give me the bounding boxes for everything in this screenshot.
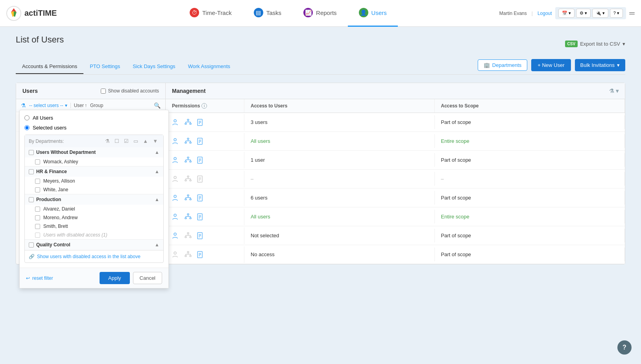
perm-icon-doc-3[interactable] [196,156,204,164]
calendar-btn[interactable]: 📅 ▾ [558,9,574,18]
nav-tasks[interactable]: ▤ Tasks [243,0,292,27]
reset-filter-link[interactable]: ↩ reset filter [26,275,53,281]
export-chevron-icon: ▾ [623,41,625,47]
perm-icon-people-7[interactable] [172,231,181,240]
dept-hr-collapse-icon[interactable]: ▲ [155,169,159,174]
perm-icon-doc-5[interactable] [196,194,204,202]
access-users-value-2: All users [251,138,270,144]
perm-icon-doc-6[interactable] [196,212,204,221]
dept-collapse-down-icon[interactable]: ▼ [151,137,159,145]
search-icon[interactable]: 🔍 [154,102,161,109]
dept-group-header-production[interactable]: Production ▲ [25,194,163,205]
moreno-checkbox[interactable] [35,215,40,220]
perm-icon-doc-2[interactable] [196,137,204,146]
selected-users-radio[interactable] [24,125,30,130]
filter-select-button[interactable]: -- select users -- ▾ [29,103,67,108]
dept-user-womack[interactable]: Womack, Ashley [25,157,163,166]
perm-icon-people-2[interactable] [172,137,181,146]
integrations-btn[interactable]: 🔌 ▾ [592,9,608,18]
perm-icon-doc-8[interactable] [196,250,204,259]
selected-users-option[interactable]: Selected users [24,125,164,131]
perm-icon-hierarchy-3[interactable] [184,156,192,164]
export-csv-button[interactable]: CSV Export list to CSV ▾ [565,41,625,47]
dept-group-production: Production ▲ Alvarez, Daniel Moreno, And… [25,194,163,240]
logo-area[interactable]: actiTIME [6,6,77,21]
womack-checkbox[interactable] [35,159,40,164]
perm-icon-hierarchy-6[interactable] [184,212,192,221]
perm-icon-hierarchy[interactable] [184,118,192,127]
perm-icon-people-4[interactable] [172,175,181,183]
group-button[interactable]: Group [90,103,103,108]
access-users-cell-7: Not selected [244,229,435,242]
help-button[interactable]: ? [617,340,632,355]
dept-quality-checkbox[interactable] [29,242,34,248]
dept-user-moreno[interactable]: Moreno, Andrew [25,213,163,222]
nav-reports[interactable]: 📈 Reports [292,0,348,27]
dept-user-white[interactable]: White, Jane [25,185,163,194]
dept-quality-collapse-icon[interactable]: ▲ [155,242,159,248]
perm-icon-hierarchy-2[interactable] [184,137,192,146]
perm-icon-people-5[interactable] [172,194,181,202]
access-users-value-3: 1 user [251,157,265,163]
nav-timetrack[interactable]: ⏱ Time-Track [179,0,243,27]
dept-user-alvarez[interactable]: Alvarez, Daniel [25,205,163,213]
dept-collapse-up-icon[interactable]: ▲ [141,137,150,145]
white-checkbox[interactable] [35,187,40,192]
nav-users[interactable]: 👤 Users [348,0,398,27]
help-nav-btn[interactable]: ? ▾ [610,9,623,18]
dept-group-header-quality[interactable]: Quality Control ▲ [25,240,163,250]
smith-checkbox[interactable] [35,224,40,229]
dept-uncheck-all-icon[interactable]: ☐ [113,137,121,145]
bulk-invitations-button[interactable]: Bulk Invitations ▾ [575,59,625,71]
dept-group-header-no-dept[interactable]: Users Without Department ▲ [25,147,163,157]
alvarez-checkbox[interactable] [35,207,40,212]
perm-icon-people[interactable] [172,118,181,127]
management-row: All users Entire scope [166,132,625,151]
tab-sick[interactable]: Sick Days Settings [126,59,181,74]
perm-icon-doc[interactable] [196,118,204,127]
perm-icon-people-6[interactable] [172,212,181,221]
show-disabled-checkbox[interactable] [101,89,106,94]
dept-user-meyers[interactable]: Meyers, Allison [25,177,163,185]
dept-no-dept-checkbox[interactable] [29,150,34,155]
main-content: List of Users CSV Export list to CSV ▾ A… [0,27,641,272]
dept-hr-checkbox[interactable] [29,169,34,174]
dept-check-all-icon[interactable]: ☑ [122,137,130,145]
sort-label: User [74,103,84,108]
dept-no-dept-collapse-icon[interactable]: ▲ [155,150,159,155]
dept-filter-icon[interactable]: ⚗ [103,137,111,145]
cancel-button[interactable]: Cancel [133,272,162,284]
meyers-name: Meyers, Allison [43,178,75,184]
dept-some-icon[interactable]: ▭ [132,137,140,145]
tab-pto[interactable]: PTO Settings [83,59,126,74]
perm-icon-people-3[interactable] [172,156,181,164]
dept-production-collapse-icon[interactable]: ▲ [155,197,159,202]
show-disabled-access-link[interactable]: 🔗 Show users with disabled access in the… [25,250,163,262]
tab-work[interactable]: Work Assignments [182,59,236,74]
perm-icon-doc-4[interactable] [196,175,204,183]
perm-icon-hierarchy-7[interactable] [184,231,192,240]
dept-group-header-hr[interactable]: HR & Finance ▲ [25,166,163,177]
meyers-checkbox[interactable] [35,179,40,184]
apply-button[interactable]: Apply [100,272,130,284]
permissions-info-icon[interactable]: i [201,103,207,109]
departments-button[interactable]: 🏢 Departments [478,59,527,71]
perm-icon-doc-7[interactable] [196,231,204,240]
smith-name: Smith, Brett [43,224,68,229]
all-users-option[interactable]: All Users [24,115,164,121]
tab-accounts[interactable]: Accounts & Permissions [16,59,83,74]
all-users-radio[interactable] [24,115,30,120]
dept-production-checkbox[interactable] [29,197,34,202]
perm-icon-hierarchy-8[interactable] [184,250,192,259]
perm-icon-people-8[interactable] [172,250,181,259]
logout-link[interactable]: Logout [538,11,552,16]
perm-icon-hierarchy-5[interactable] [184,194,192,202]
sort-user-button[interactable]: User ↑ [70,103,87,108]
settings-btn[interactable]: ⚙ ▾ [576,9,591,18]
management-filter-icon[interactable]: ⚗ ▾ [609,88,619,94]
perm-icon-hierarchy-4[interactable] [184,175,192,183]
dept-user-smith[interactable]: Smith, Brett [25,222,163,231]
top-navigation: actiTIME ⏱ Time-Track ▤ Tasks 📈 Reports … [0,0,641,27]
new-user-button[interactable]: + New User [531,59,571,71]
disabled-production-checkbox[interactable] [35,233,40,238]
